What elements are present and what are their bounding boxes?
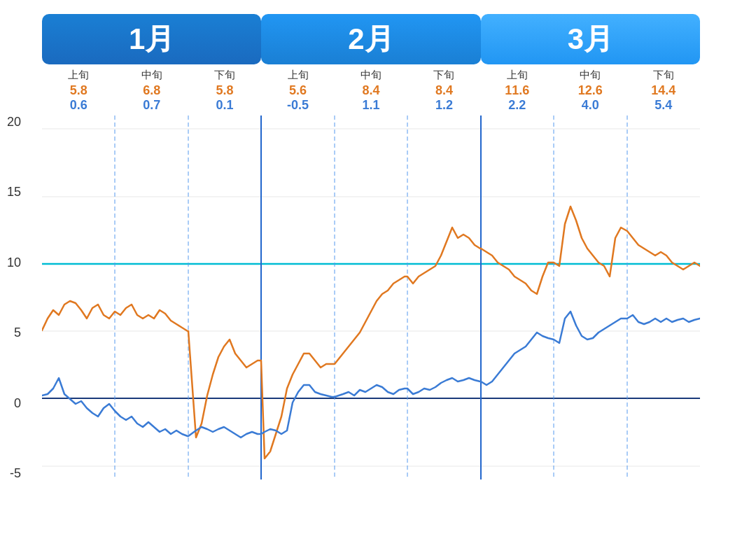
blue-jan-3: 0.1 [216, 98, 234, 113]
blue-feb-2: 1.1 [362, 98, 379, 113]
sub-header-feb: 上旬 5.6 -0.5 中旬 8.4 1.1 下旬 8.4 1.2 [261, 69, 480, 113]
month-block-jan: 1月 上旬 5.8 0.6 中旬 6.8 0.7 下旬 5.8 0.1 [42, 14, 261, 113]
month-label-feb: 2月 [261, 14, 480, 64]
orange-feb-3: 8.4 [435, 83, 453, 98]
month-block-feb: 2月 上旬 5.6 -0.5 中旬 8.4 1.1 下旬 8.4 1.2 [261, 14, 480, 113]
orange-jan-3: 5.8 [216, 83, 234, 98]
y-axis: 20 15 10 5 0 -5 [7, 115, 21, 479]
period-mar-3: 下旬 14.4 5.4 [627, 69, 700, 113]
month-block-mar: 3月 上旬 11.6 2.2 中旬 12.6 4.0 下旬 14.4 5.4 [481, 14, 700, 113]
y-label-neg5: -5 [10, 467, 21, 479]
period-jan-2: 中旬 6.8 0.7 [115, 69, 188, 113]
y-label-20: 20 [7, 115, 21, 128]
blue-line [42, 312, 700, 438]
header-row: 1月 上旬 5.8 0.6 中旬 6.8 0.7 下旬 5.8 0.1 [42, 14, 700, 113]
blue-feb-3: 1.2 [435, 98, 453, 113]
blue-jan-1: 0.6 [70, 98, 88, 113]
period-label-mar-1: 上旬 [507, 69, 528, 82]
period-feb-3: 下旬 8.4 1.2 [407, 69, 480, 113]
y-label-5: 5 [14, 326, 21, 339]
orange-mar-2: 12.6 [578, 83, 603, 98]
y-label-15: 15 [7, 186, 21, 198]
period-label-feb-1: 上旬 [288, 69, 309, 82]
period-label-mar-3: 下旬 [653, 69, 674, 82]
period-feb-1: 上旬 5.6 -0.5 [261, 69, 334, 113]
y-label-10: 10 [7, 256, 21, 269]
orange-mar-3: 14.4 [651, 83, 676, 98]
orange-feb-2: 8.4 [362, 83, 379, 98]
period-label-jan-1: 上旬 [68, 69, 89, 82]
blue-mar-3: 5.4 [654, 98, 672, 113]
period-mar-1: 上旬 11.6 2.2 [481, 69, 554, 113]
period-jan-1: 上旬 5.8 0.6 [42, 69, 115, 113]
y-label-0: 0 [14, 397, 21, 410]
period-label-feb-2: 中旬 [360, 69, 382, 82]
sub-header-mar: 上旬 11.6 2.2 中旬 12.6 4.0 下旬 14.4 5.4 [481, 69, 700, 113]
period-label-mar-2: 中旬 [580, 69, 601, 82]
period-label-feb-3: 下旬 [433, 69, 454, 82]
sub-header-jan: 上旬 5.8 0.6 中旬 6.8 0.7 下旬 5.8 0.1 [42, 69, 261, 113]
blue-mar-1: 2.2 [508, 98, 526, 113]
blue-feb-1: -0.5 [287, 98, 309, 113]
period-mar-2: 中旬 12.6 4.0 [554, 69, 626, 113]
chart-svg [42, 115, 700, 479]
period-label-jan-3: 下旬 [214, 69, 235, 82]
chart-container: 1月 上旬 5.8 0.6 中旬 6.8 0.7 下旬 5.8 0.1 [0, 0, 742, 560]
orange-jan-1: 5.8 [70, 83, 88, 98]
chart-area: 20 15 10 5 0 -5 [42, 115, 700, 479]
orange-line [42, 206, 700, 458]
blue-jan-2: 0.7 [143, 98, 160, 113]
period-feb-2: 中旬 8.4 1.1 [335, 69, 407, 113]
month-label-jan: 1月 [42, 14, 261, 64]
orange-mar-1: 11.6 [505, 83, 529, 98]
period-label-jan-2: 中旬 [141, 69, 162, 82]
blue-mar-2: 4.0 [582, 98, 599, 113]
period-jan-3: 下旬 5.8 0.1 [188, 69, 261, 113]
orange-jan-2: 6.8 [143, 83, 160, 98]
orange-feb-1: 5.6 [289, 83, 307, 98]
month-label-mar: 3月 [481, 14, 700, 64]
